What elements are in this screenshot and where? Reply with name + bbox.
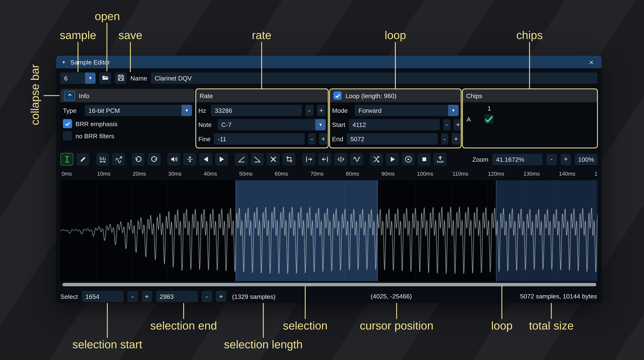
selection-end-input[interactable] — [156, 291, 198, 302]
chip-enable-checkbox[interactable] — [484, 114, 494, 124]
upload-to-chip-button[interactable] — [434, 153, 446, 166]
resample-button[interactable] — [112, 153, 125, 166]
normalize-button[interactable] — [183, 153, 196, 166]
type-dropdown[interactable]: 16-bit PCM ▼ — [85, 105, 192, 116]
select-mode-icon — [63, 156, 71, 163]
selection-end-plus-button[interactable]: + — [216, 291, 226, 302]
save-button[interactable] — [115, 72, 126, 84]
sample-editor-window: ▼ Sample Editor × 6 ▼ Name — [56, 56, 602, 303]
brr-emphasis-checkbox[interactable] — [63, 119, 72, 128]
crossfade-loop-button[interactable] — [370, 153, 383, 166]
timeline-label: 140ms — [559, 170, 575, 177]
loop-header: Loop (length: 960) — [330, 89, 461, 102]
annotation-cursor-position: cursor position — [360, 319, 434, 332]
dropdown-arrow-icon: ▼ — [85, 72, 96, 84]
loop-end-input[interactable] — [346, 133, 438, 144]
zoom-reset-button[interactable]: 100% — [575, 154, 598, 165]
chevron-up-icon — [67, 92, 72, 99]
zoom-input[interactable] — [492, 154, 542, 165]
annotation-open: open — [95, 10, 120, 23]
folder-open-icon — [102, 74, 109, 82]
hz-plus-button[interactable]: + — [317, 105, 326, 116]
loop-mode-dropdown[interactable]: Forward ▼ — [355, 105, 459, 116]
invert-button[interactable] — [215, 153, 228, 166]
resample-icon — [115, 156, 122, 163]
hz-minus-button[interactable]: - — [305, 105, 314, 116]
annotation-line-save — [130, 42, 131, 72]
name-label: Name — [130, 74, 147, 82]
chip-row-label: A — [467, 116, 484, 122]
amplify-button[interactable] — [167, 153, 180, 166]
loop-start-minus-button[interactable]: - — [443, 119, 450, 130]
loop-start-input[interactable] — [349, 119, 440, 130]
zoom-label: Zoom — [472, 156, 488, 163]
timeline-label: 110ms — [452, 170, 468, 177]
delete-button[interactable] — [266, 153, 280, 166]
waveform-canvas[interactable] — [60, 180, 598, 281]
window-collapse-icon[interactable]: ▼ — [62, 60, 66, 64]
apply-silence-button[interactable] — [318, 153, 331, 166]
toolbar-group — [235, 153, 296, 166]
hz-input[interactable] — [211, 105, 302, 116]
fine-plus-button[interactable]: + — [319, 133, 328, 144]
loop-start-plus-button[interactable]: + — [454, 119, 462, 130]
fine-minus-button[interactable]: - — [308, 133, 316, 144]
fade-in-button[interactable] — [235, 153, 248, 166]
floppy-save-icon — [117, 74, 124, 82]
selection-start-input[interactable] — [82, 291, 124, 302]
loop-end-label: End — [332, 135, 343, 142]
sample-selector[interactable]: 6 ▼ — [60, 72, 96, 84]
window-title: Sample Editor — [70, 58, 110, 66]
waveform-scrollbar[interactable] — [60, 282, 598, 287]
draw-mode-button[interactable] — [76, 153, 89, 166]
screenshot-stage: open sample save rate loop chips collaps… — [0, 0, 644, 360]
note-dropdown[interactable]: C-7 ▼ — [218, 119, 326, 130]
resize-button[interactable] — [96, 153, 109, 166]
insert-point-button[interactable] — [334, 153, 347, 166]
loop-enable-checkbox[interactable] — [333, 92, 342, 100]
selection-length-text: (1329 samples) — [232, 293, 276, 300]
delete-icon — [269, 156, 277, 163]
open-button[interactable] — [99, 72, 111, 84]
stop-preview-icon — [420, 156, 428, 163]
annotation-line-rate — [261, 42, 262, 89]
info-header: Info — [60, 89, 194, 102]
reverse-button[interactable] — [199, 153, 212, 166]
preview-icon — [388, 156, 396, 163]
scrollbar-thumb[interactable] — [62, 283, 596, 286]
selection-start-plus-button[interactable]: + — [142, 291, 152, 302]
timeline-label: 80ms — [346, 170, 359, 177]
no-brr-filters-label: no BRR filters — [76, 132, 114, 139]
loop-panel: Loop (length: 960) Mode Forward ▼ Start … — [330, 89, 461, 148]
timeline-label: 0ms — [62, 170, 72, 177]
annotation-collapse-bar: collapse bar — [29, 64, 42, 125]
close-button[interactable]: × — [586, 58, 596, 66]
sample-name-input[interactable] — [151, 72, 598, 84]
trim-button[interactable] — [282, 153, 296, 166]
loop-end-plus-button[interactable]: + — [452, 133, 460, 144]
selection-end-minus-button[interactable]: - — [202, 291, 212, 302]
fine-input[interactable] — [214, 133, 305, 144]
insert-silence-button[interactable] — [302, 153, 315, 166]
toolbar-group — [132, 153, 160, 166]
loop-header-label: Loop (length: 960) — [346, 92, 396, 99]
preview-button[interactable] — [386, 153, 399, 166]
undo-button[interactable] — [132, 153, 145, 166]
redo-button[interactable] — [148, 153, 160, 166]
loop-end-minus-button[interactable]: - — [441, 133, 448, 144]
selection-start-minus-button[interactable]: - — [128, 291, 138, 302]
zoom-in-button[interactable]: + — [560, 154, 571, 165]
select-mode-button[interactable] — [60, 153, 74, 166]
filter-button[interactable] — [350, 153, 363, 166]
zoom-out-button[interactable]: - — [546, 154, 557, 165]
stop-preview-button[interactable] — [418, 153, 430, 166]
no-brr-filters-checkbox[interactable] — [63, 131, 72, 140]
zoom-cluster: Zoom - + 100% — [472, 154, 597, 165]
info-panel: Info Type 16-bit PCM ▼ BRR emphasis — [60, 89, 194, 148]
collapse-bar-button[interactable] — [64, 91, 75, 100]
type-label: Type — [63, 107, 81, 114]
preview-dry-button[interactable] — [402, 153, 414, 166]
dropdown-arrow-icon: ▼ — [315, 119, 326, 130]
fade-out-button[interactable] — [251, 153, 264, 166]
rate-header-label: Rate — [200, 92, 213, 99]
